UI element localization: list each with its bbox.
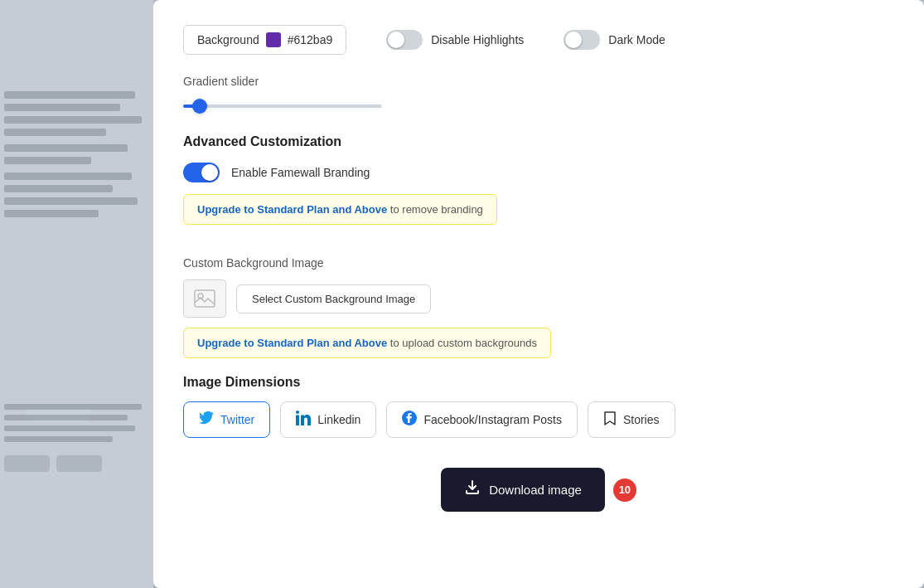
download-btn-label: Download image (489, 483, 582, 497)
bg-small-text-lines (4, 404, 149, 447)
bg-line (4, 404, 142, 410)
advanced-customization-title: Advanced Customization (183, 134, 894, 149)
bg-generate-btn (56, 455, 102, 472)
dimension-stories-button[interactable]: Stories (588, 401, 675, 438)
bg-line (4, 415, 128, 420)
upgrade-notice-branding: Upgrade to Standard Plan and Above to re… (183, 194, 497, 225)
facebook-icon (402, 411, 417, 429)
dark-mode-toggle-group: Dark Mode (564, 30, 665, 50)
bg-line (4, 197, 138, 205)
bg-line (4, 173, 132, 180)
upgrade-link-1[interactable]: Upgrade to Standard Plan and Above (197, 203, 387, 216)
svg-rect-2 (296, 415, 299, 426)
bg-line (4, 144, 128, 152)
svg-point-3 (296, 411, 299, 414)
settings-modal: Background #612ba9 Disable Highlights Da… (153, 0, 924, 588)
bg-line (4, 436, 113, 442)
download-image-button[interactable]: Download image (441, 468, 605, 512)
bg-line (4, 425, 135, 431)
disable-highlights-toggle-group: Disable Highlights (386, 30, 524, 50)
disable-highlights-label: Disable Highlights (431, 33, 524, 46)
gradient-slider-section: Gradient slider (183, 75, 894, 111)
gradient-slider-label: Gradient slider (183, 75, 894, 88)
bg-line (4, 185, 113, 192)
bg-line (4, 91, 135, 99)
facebook-button-label: Facebook/Instagram Posts (423, 413, 562, 426)
bg-line (4, 157, 91, 164)
dark-mode-label: Dark Mode (608, 33, 665, 46)
background-color-button[interactable]: Background #612ba9 (183, 25, 346, 55)
svg-rect-0 (195, 290, 215, 307)
bg-line (4, 129, 106, 136)
bg-text-block (4, 91, 149, 222)
famewall-branding-row: Enable Famewall Branding (183, 163, 894, 182)
linkedin-button-label: Linkedin (317, 413, 360, 426)
twitter-button-label: Twitter (220, 413, 254, 426)
custom-bg-section: Custom Background Image Select Custom Ba… (183, 256, 894, 358)
twitter-icon (199, 411, 214, 428)
stories-button-label: Stories (623, 413, 660, 426)
dimension-facebook-button[interactable]: Facebook/Instagram Posts (386, 401, 578, 438)
dimensions-title: Image Dimensions (183, 375, 894, 390)
bg-bottom-actions (4, 455, 102, 472)
disable-highlights-toggle[interactable] (386, 30, 423, 50)
bg-line (4, 116, 142, 124)
image-dimensions-section: Image Dimensions Twitter (183, 375, 894, 438)
bg-line (4, 210, 99, 217)
linkedin-icon (296, 411, 311, 429)
bg-edit-btn (4, 455, 50, 472)
custom-bg-row: Select Custom Background Image (183, 279, 894, 318)
top-controls-row: Background #612ba9 Disable Highlights Da… (183, 25, 894, 55)
image-icon (193, 289, 216, 309)
upgrade-suffix-2: to upload custom backgrounds (390, 337, 537, 349)
bookmark-icon (603, 411, 617, 429)
upgrade-link-2[interactable]: Upgrade to Standard Plan and Above (197, 337, 387, 349)
select-background-button[interactable]: Select Custom Background Image (236, 284, 431, 313)
download-section: Download image 10 (183, 461, 894, 512)
image-placeholder (183, 279, 226, 318)
dimension-twitter-button[interactable]: Twitter (183, 401, 270, 438)
color-swatch (266, 32, 281, 47)
famewall-branding-label: Enable Famewall Branding (231, 166, 370, 179)
famewall-branding-toggle[interactable] (183, 163, 220, 182)
dimension-buttons-group: Twitter Linkedin (183, 401, 894, 438)
gradient-slider-input[interactable] (183, 104, 382, 108)
upgrade-suffix-1: to remove branding (390, 203, 483, 216)
color-hex-value: #612ba9 (288, 33, 333, 46)
download-icon (464, 479, 481, 500)
bg-line (4, 104, 120, 111)
bg-left-panel (0, 0, 153, 588)
upgrade-notice-bg: Upgrade to Standard Plan and Above to up… (183, 328, 551, 358)
download-badge: 10 (613, 479, 636, 502)
background-label: Background (197, 33, 259, 46)
custom-bg-title: Custom Background Image (183, 256, 894, 270)
dimension-linkedin-button[interactable]: Linkedin (280, 401, 376, 438)
dark-mode-toggle[interactable] (564, 30, 600, 50)
